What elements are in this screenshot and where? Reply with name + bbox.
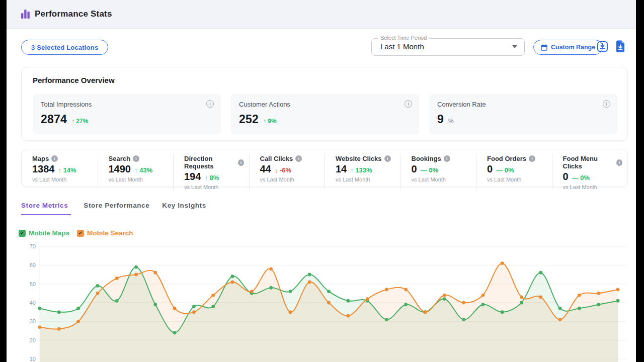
- metric-value: 252: [239, 113, 259, 126]
- metric-value: 0: [563, 171, 569, 183]
- calendar-icon: [541, 44, 547, 51]
- page-title: Performance Stats: [35, 9, 112, 19]
- metric-website-clicks: Website Clicksi 14 ↑ 133% vs Last Month: [325, 154, 400, 190]
- mobile-search-checkbox[interactable]: ✔: [77, 230, 84, 237]
- chart-legend: ✔ Mobile Maps ✔ Mobile Search: [19, 229, 133, 237]
- metric-label: Website Clicks: [336, 155, 382, 162]
- up-arrow-icon: ↑: [350, 166, 354, 174]
- customer-actions-card: Customer Actions i 252 ↑ 9%: [231, 94, 419, 134]
- up-arrow-icon: ↑: [58, 166, 62, 174]
- metric-compare: vs Last Month: [563, 184, 623, 190]
- metric-compare: vs Last Month: [109, 176, 169, 183]
- line-chart: 70605040302010: [28, 243, 630, 362]
- info-icon[interactable]: i: [603, 100, 610, 108]
- metric-value: 9: [437, 113, 444, 126]
- metric-food-menu-clicks: Food Menu Clicksi 0 — 0% vs Last Month: [552, 154, 628, 190]
- metric-direction-requests: Direction Requestsi 194 ↑ 8% vs Last Mon…: [173, 154, 249, 190]
- metric-label: Customer Actions: [239, 101, 411, 108]
- up-arrow-icon: ↑: [204, 174, 208, 182]
- legend-label: Mobile Maps: [29, 229, 69, 237]
- custom-range-label: Custom Range: [551, 44, 595, 51]
- legend-label: Mobile Search: [87, 229, 133, 237]
- metric-value: 1384: [32, 163, 55, 175]
- metric-label: Direction Requests: [184, 155, 235, 170]
- download-icon[interactable]: [597, 41, 608, 52]
- info-icon[interactable]: i: [444, 155, 450, 162]
- metric-search: Searchi 1490 ↑ 43% vs Last Month: [98, 154, 174, 190]
- chevron-down-icon: [512, 45, 517, 48]
- svg-text:40: 40: [30, 300, 36, 306]
- metric-value: 1490: [109, 163, 131, 175]
- performance-stats-page: Performance Stats 3 Selected Locations S…: [7, 0, 636, 362]
- file-download-icon[interactable]: [615, 40, 625, 53]
- info-icon[interactable]: i: [206, 100, 214, 108]
- info-icon[interactable]: i: [51, 155, 58, 162]
- info-icon[interactable]: i: [133, 155, 139, 162]
- metric-change: 0%: [505, 166, 514, 174]
- metric-change: 43%: [139, 166, 152, 174]
- metric-compare: vs Last Month: [487, 176, 547, 183]
- metric-value: 0: [487, 163, 493, 175]
- svg-text:50: 50: [30, 281, 36, 287]
- tab-store-metrics[interactable]: Store Metrics: [21, 202, 71, 215]
- metric-change: 0%: [580, 174, 590, 182]
- metric-change: 27%: [76, 118, 88, 125]
- metric-compare: vs Last Month: [336, 176, 395, 183]
- metric-compare: vs Last Month: [32, 176, 93, 183]
- time-period-select[interactable]: Select Time Period Last 1 Month: [371, 38, 525, 56]
- metric-label: Search: [109, 155, 130, 162]
- metric-compare: vs Last Month: [184, 184, 244, 190]
- info-icon[interactable]: i: [529, 155, 535, 162]
- metric-change: 14%: [63, 166, 76, 174]
- svg-text:70: 70: [30, 243, 36, 249]
- down-arrow-icon: ↓: [275, 166, 278, 174]
- metric-compare: vs Last Month: [412, 176, 471, 183]
- total-impressions-card: Total Impressions i 2874 ↑ 27%: [33, 94, 221, 134]
- svg-text:30: 30: [30, 318, 36, 324]
- performance-overview-card: Performance Overview Total Impressions i…: [21, 67, 628, 141]
- info-icon[interactable]: i: [384, 155, 391, 162]
- svg-text:20: 20: [30, 337, 36, 343]
- legend-mobile-search[interactable]: ✔ Mobile Search: [77, 229, 133, 237]
- check-icon: ✔: [20, 230, 24, 236]
- dash-icon: —: [421, 166, 427, 174]
- metric-change: 8%: [210, 174, 219, 182]
- bar-chart-icon: [21, 9, 30, 19]
- svg-text:10: 10: [30, 356, 36, 362]
- metric-food-orders: Food Ordersi 0 — 0% vs Last Month: [476, 154, 552, 190]
- metric-label: Total Impressions: [41, 101, 213, 108]
- info-icon[interactable]: i: [238, 159, 244, 166]
- metric-change: 9%: [268, 118, 276, 125]
- svg-text:60: 60: [30, 262, 36, 268]
- custom-range-button[interactable]: Custom Range: [533, 40, 603, 55]
- store-metrics-chart: 70605040302010: [28, 243, 630, 362]
- time-period-field-label: Select Time Period: [378, 35, 429, 41]
- up-arrow-icon: ↑: [263, 118, 266, 125]
- metric-label: Conversion Rate: [437, 101, 609, 108]
- overview-title: Performance Overview: [33, 76, 115, 84]
- metric-change: 0%: [429, 166, 438, 174]
- metric-value: 44: [260, 163, 271, 175]
- metric-unit: %: [448, 118, 454, 125]
- metric-label: Food Orders: [487, 155, 526, 162]
- up-arrow-icon: ↑: [134, 166, 138, 174]
- mobile-maps-checkbox[interactable]: ✔: [19, 230, 26, 237]
- metric-label: Food Menu Clicks: [563, 155, 614, 170]
- info-icon[interactable]: i: [616, 159, 622, 166]
- dash-icon: —: [496, 166, 503, 174]
- metric-compare: vs Last Month: [260, 176, 320, 183]
- dash-icon: —: [572, 174, 579, 182]
- info-icon[interactable]: i: [405, 100, 412, 108]
- metric-value: 2874: [41, 113, 67, 126]
- legend-mobile-maps[interactable]: ✔ Mobile Maps: [19, 229, 69, 237]
- metrics-strip: Mapsi 1384 ↑ 14% vs Last Month Searchi 1…: [21, 149, 628, 187]
- metric-call-clicks: Call Clicksi 44 ↓ -6% vs Last Month: [249, 154, 325, 190]
- metric-change: -6%: [280, 166, 291, 174]
- section-tabs: Store Metrics Store Performance Key Insi…: [21, 202, 219, 215]
- info-icon[interactable]: i: [295, 155, 302, 162]
- check-icon: ✔: [78, 230, 83, 236]
- metric-label: Maps: [32, 155, 49, 162]
- selected-locations-button[interactable]: 3 Selected Locations: [21, 40, 108, 55]
- tab-key-insights[interactable]: Key Insights: [162, 202, 206, 215]
- tab-store-performance[interactable]: Store Performance: [84, 202, 149, 215]
